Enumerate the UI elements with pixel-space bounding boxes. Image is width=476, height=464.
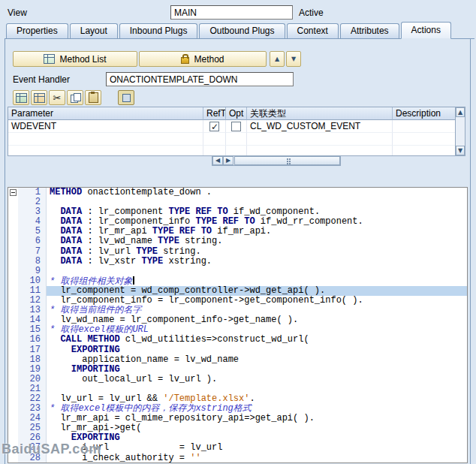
fold-margin [8,197,18,207]
scroll-down-button[interactable] [456,146,465,155]
code-segment [50,237,60,246]
code-line[interactable]: lv_url = lv_url && '/Template.xlsx'. [47,394,467,404]
code-segment: . [249,394,255,404]
code-segment: lv_url = lv_url && [50,394,163,404]
paste-button[interactable] [85,90,101,105]
code-segment [50,335,60,345]
next-method-button[interactable] [286,51,301,67]
code-line[interactable]: lr_component = wd_comp_controller->wd_ge… [47,286,467,296]
cut-button[interactable] [49,90,65,105]
tab-attributes[interactable]: Attributes [340,23,399,38]
code-line[interactable]: DATA : lv_url TYPE string. [47,247,467,257]
parameter-cell [8,133,203,146]
fold-margin [8,315,18,325]
code-line[interactable]: DATA : lr_mr_api TYPE REF TO if_mr_api. [47,227,467,237]
text-caret [133,276,134,285]
fold-margin [8,286,18,296]
view-name-input[interactable] [170,5,293,20]
code-line[interactable]: lr_mr_api->get( [47,423,467,433]
code-line[interactable]: i_url = lv_url [47,443,467,453]
code-line[interactable]: out_local_url = lv_url ). [47,375,467,384]
line-number: 6 [18,237,47,246]
table-row[interactable] [8,133,456,146]
code-line-row: 16 CALL METHOD cl_wd_utilities=>construc… [8,335,467,345]
scrollbar-thumb[interactable] [234,156,340,165]
method-list-button[interactable]: Method List [13,51,137,67]
code-line[interactable]: * 取得组件相关对象 [47,276,467,286]
code-segment [50,247,60,257]
table-row[interactable] [8,146,456,156]
code-segment: TYPE REF TO [168,207,227,217]
code-line[interactable]: EXPORTING [47,345,467,355]
copy-button[interactable] [67,90,83,105]
code-line[interactable]: i_check_authority = '' [47,453,467,463]
code-line[interactable]: lr_mr_api = cl_mime_repository_api=>get_… [47,414,467,423]
code-line[interactable]: EXPORTING [47,433,467,443]
code-line[interactable]: * 取得excel模板的URL [47,325,467,335]
code-segment: EXPORTING [71,345,120,355]
line-number: 18 [18,355,47,365]
tab-outbound-plugs[interactable]: Outbound Plugs [199,23,285,38]
fold-margin [8,394,18,404]
fold-margin [8,217,18,227]
tab-properties[interactable]: Properties [6,23,68,38]
code-line[interactable]: CALL METHOD cl_wd_utilities=>construct_w… [47,335,467,345]
up-arrow-icon [275,56,279,62]
code-segment [50,217,60,227]
method-button[interactable]: Method [139,51,267,67]
scroll-left-button[interactable] [212,156,223,165]
scroll-right-button[interactable] [223,156,233,165]
code-line[interactable]: DATA : lv_wd_name TYPE string. [47,237,467,246]
tab-layout[interactable]: Layout [70,23,118,38]
previous-method-button[interactable] [270,51,285,67]
tab-context[interactable]: Context [287,23,339,38]
abap-code-editor[interactable]: 1METHOD onactiontemplate_down .23 DATA :… [8,187,468,463]
select-cell-button[interactable] [118,90,134,105]
tab-actions[interactable]: Actions [401,22,451,39]
view-label: View [8,8,27,18]
table-vertical-scrollbar[interactable] [455,107,465,156]
code-line-row: 22 lv_url = lv_url && '/Template.xlsx'. [8,394,467,404]
fold-collapse-icon[interactable] [10,189,17,196]
code-line-row: 4 DATA : lr_component_info TYPE REF TO i… [8,217,467,227]
code-segment: string. [179,237,223,246]
code-line[interactable]: IMPORTING [47,365,467,375]
description-cell [393,120,456,133]
fold-margin [8,188,18,197]
code-line[interactable]: DATA : lr_component_info TYPE REF TO if_… [47,217,467,227]
code-segment: application_name = lv_wd_name [50,355,239,365]
tab-inbound-plugs[interactable]: Inbound Plugs [119,23,198,38]
method-list-icon [44,54,55,64]
code-segment [50,365,71,375]
table-row[interactable]: WDEVENTCL_WD_CUSTOM_EVENT [8,120,456,133]
code-line[interactable] [47,197,467,207]
opt-checkbox[interactable] [231,122,241,131]
code-line[interactable]: DATA : lv_xstr TYPE xstring. [47,257,467,267]
code-line[interactable] [47,267,467,276]
fold-margin [8,296,18,306]
wd-view-editor-window: { "colors": { "background": "#dce7f3", "… [0,0,476,464]
delete-row-button[interactable] [31,90,47,105]
refto-cell [203,133,226,146]
code-segment: onactiontemplate_down . [82,188,212,197]
scroll-up-button[interactable] [456,107,465,117]
line-number: 16 [18,335,47,345]
code-line[interactable]: * 取得当前组件的名字 [47,306,467,315]
insert-row-button[interactable] [13,90,29,105]
type-cell: CL_WD_CUSTOM_EVENT [247,120,393,133]
code-segment: METHOD [50,188,82,197]
code-line[interactable]: application_name = lv_wd_name [47,355,467,365]
code-segment: CALL METHOD [60,335,119,345]
code-line[interactable]: DATA : lr_component TYPE REF TO if_wd_co… [47,207,467,217]
table-horizontal-scrollbar[interactable] [212,155,341,166]
fold-margin [8,404,18,414]
code-segment [50,207,60,217]
event-handler-input[interactable] [106,72,294,86]
code-line[interactable] [47,384,467,394]
code-line[interactable]: lv_wd_name = lr_component_info->get_name… [47,315,467,325]
code-line-row: 10* 取得组件相关对象 [8,276,467,286]
code-line[interactable]: lr_component_info = lr_component->get_co… [47,296,467,306]
code-line[interactable]: * 取得excel模板中的内容，保存为xstring格式 [47,404,467,414]
code-line[interactable]: METHOD onactiontemplate_down . [47,188,467,197]
refto-checkbox[interactable] [209,122,219,131]
